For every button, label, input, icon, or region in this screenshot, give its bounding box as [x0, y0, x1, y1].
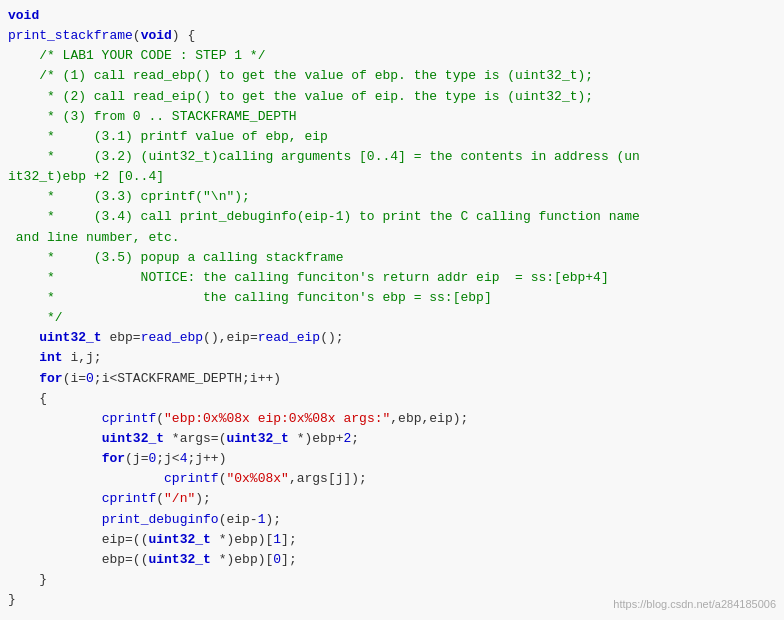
watermark: https://blog.csdn.net/a284185006	[613, 596, 776, 613]
code-line-7: * (3.1) printf value of ebp, eip	[8, 127, 776, 147]
code-line-28: ebp=((uint32_t *)ebp)[0];	[8, 550, 776, 570]
code-line-2: print_stackframe(void) {	[8, 26, 776, 46]
code-line-18: int i,j;	[8, 348, 776, 368]
code-line-4: /* (1) call read_ebp() to get the value …	[8, 66, 776, 86]
code-line-8: * (3.2) (uint32_t)calling arguments [0..…	[8, 147, 776, 167]
code-line-23: for(j=0;j<4;j++)	[8, 449, 776, 469]
code-line-1: void	[8, 6, 776, 26]
code-line-17: uint32_t ebp=read_ebp(),eip=read_eip();	[8, 328, 776, 348]
code-line-24: cprintf("0x%08x",args[j]);	[8, 469, 776, 489]
code-line-27: eip=((uint32_t *)ebp)[1];	[8, 530, 776, 550]
code-container: void print_stackframe(void) { /* LAB1 YO…	[0, 0, 784, 620]
code-line-16: */	[8, 308, 776, 328]
code-line-13: * (3.5) popup a calling stackframe	[8, 248, 776, 268]
code-line-21: cprintf("ebp:0x%08x eip:0x%08x args:",eb…	[8, 409, 776, 429]
code-line-29: }	[8, 570, 776, 590]
code-line-20: {	[8, 389, 776, 409]
code-line-25: cprintf("/n");	[8, 489, 776, 509]
code-line-19: for(i=0;i<STACKFRAME_DEPTH;i++)	[8, 369, 776, 389]
code-line-15: * the calling funciton's ebp = ss:[ebp]	[8, 288, 776, 308]
code-line-5: * (2) call read_eip() to get the value o…	[8, 87, 776, 107]
code-line-14: * NOTICE: the calling funciton's return …	[8, 268, 776, 288]
code-line-10: * (3.3) cprintf("\n");	[8, 187, 776, 207]
code-line-26: print_debuginfo(eip-1);	[8, 510, 776, 530]
code-line-6: * (3) from 0 .. STACKFRAME_DEPTH	[8, 107, 776, 127]
code-line-22: uint32_t *args=(uint32_t *)ebp+2;	[8, 429, 776, 449]
code-line-3: /* LAB1 YOUR CODE : STEP 1 */	[8, 46, 776, 66]
code-line-12: and line number, etc.	[8, 228, 776, 248]
code-line-11: * (3.4) call print_debuginfo(eip-1) to p…	[8, 207, 776, 227]
code-line-9: it32_t)ebp +2 [0..4]	[8, 167, 776, 187]
